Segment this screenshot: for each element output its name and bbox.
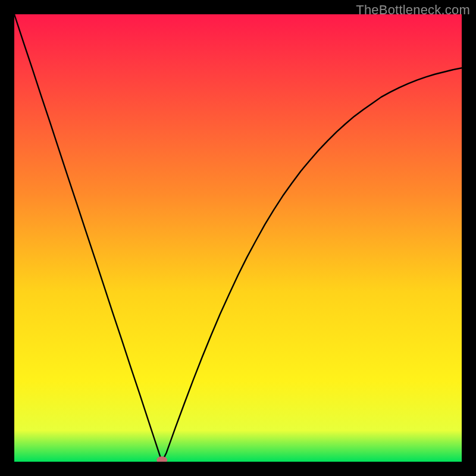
- chart-container: TheBottleneck.com: [0, 0, 476, 476]
- plot-area: [14, 14, 462, 462]
- chart-svg: [14, 14, 462, 462]
- gradient-background: [14, 14, 462, 462]
